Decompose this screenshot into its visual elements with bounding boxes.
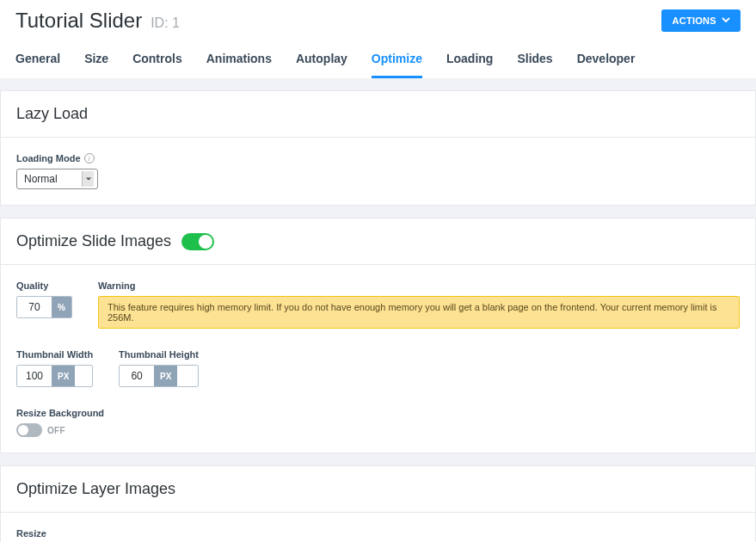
chevron-down-icon [722,15,730,26]
resize-bg-toggle[interactable] [16,423,42,437]
section-body-optimize-layer: Resize OFF Base64 Embed i OFF [1,513,755,542]
thumb-width-label: Thumbnail Width [16,349,93,360]
tabs: General Size Controls Animations Autopla… [15,45,741,78]
thumb-height-input[interactable] [120,366,154,386]
title-row: Tutorial Slider ID: 1 ACTIONS [15,9,741,36]
tab-autoplay[interactable]: Autoplay [296,45,347,78]
tab-developer[interactable]: Developer [577,45,636,78]
actions-button[interactable]: ACTIONS [661,9,741,32]
resize-bg-label: Resize Background [16,408,104,418]
page-id: ID: 1 [151,15,180,31]
section-header-optimize-slide: Optimize Slide Images [1,219,755,265]
field-quality: Quality % [16,280,72,318]
tab-loading[interactable]: Loading [446,45,493,78]
page-title: Tutorial Slider [15,9,142,33]
loading-mode-value: Normal [24,173,58,185]
section-optimize-slide: Optimize Slide Images Quality % Warning … [0,218,756,453]
field-thumb-height: Thumbnail Height PX [119,349,199,387]
loading-mode-label-text: Loading Mode [16,153,81,163]
tab-optimize[interactable]: Optimize [372,45,422,78]
tab-animations[interactable]: Animations [206,45,272,78]
quality-label: Quality [16,280,72,291]
quality-input[interactable] [17,297,52,317]
tab-size[interactable]: Size [84,45,108,78]
actions-button-label: ACTIONS [672,15,716,26]
section-body-optimize-slide: Quality % Warning This feature requires … [1,265,755,453]
resize-label: Resize [16,528,65,539]
field-resize: Resize OFF [16,528,65,542]
page-header: Tutorial Slider ID: 1 ACTIONS General Si… [0,0,756,78]
thumb-height-input-wrap: PX [119,365,199,387]
title-left: Tutorial Slider ID: 1 [15,9,180,33]
thumb-height-unit: PX [154,366,177,386]
section-lazy-load: Lazy Load Loading Mode i Normal [0,90,756,206]
resize-bg-toggle-label: OFF [47,426,65,435]
chevron-down-icon [82,171,94,187]
section-optimize-layer: Optimize Layer Images Resize OFF Base64 … [0,465,756,542]
field-loading-mode: Loading Mode i Normal [16,153,98,189]
quality-unit: % [52,297,71,317]
section-body-lazy-load: Loading Mode i Normal [1,138,755,205]
loading-mode-select[interactable]: Normal [16,169,98,189]
thumb-width-input[interactable] [17,366,52,386]
info-icon[interactable]: i [84,153,95,163]
quality-input-wrap: % [16,296,72,318]
section-title: Lazy Load [16,105,88,123]
section-title: Optimize Layer Images [16,480,175,498]
optimize-slide-toggle[interactable] [181,233,214,250]
thumb-height-label: Thumbnail Height [119,349,199,360]
field-resize-bg: Resize Background OFF [16,408,104,437]
field-warning: Warning This feature requires high memor… [98,280,740,329]
thumb-width-input-wrap: PX [16,365,93,387]
section-title: Optimize Slide Images [16,232,171,250]
section-header-optimize-layer: Optimize Layer Images [1,466,755,513]
field-thumb-width: Thumbnail Width PX [16,349,93,387]
tab-general[interactable]: General [15,45,60,78]
tab-controls[interactable]: Controls [132,45,182,78]
warning-label: Warning [98,280,740,291]
loading-mode-label: Loading Mode i [16,153,98,163]
section-header-lazy-load: Lazy Load [1,91,755,138]
tab-slides[interactable]: Slides [517,45,552,78]
resize-bg-toggle-wrap: OFF [16,423,104,437]
thumb-width-unit: PX [52,366,75,386]
warning-box: This feature requires high memory limit.… [98,296,740,329]
